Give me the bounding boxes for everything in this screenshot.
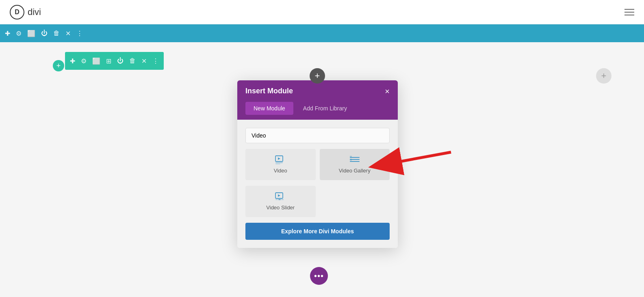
module-item-video-slider[interactable]: Video Slider [245, 186, 316, 217]
logo-text: divi [28, 7, 41, 17]
row-toolbar-dots-icon[interactable]: ⋮ [152, 57, 159, 65]
modal-close-button[interactable]: × [385, 87, 390, 95]
row-toolbar-close-icon[interactable]: ✕ [141, 57, 147, 65]
svg-rect-3 [275, 164, 280, 164]
top-toolbar-dots-icon[interactable]: ⋮ [76, 30, 83, 37]
tab-add-from-library[interactable]: Add From Library [295, 102, 355, 115]
top-toolbar-trash-icon[interactable]: 🗑 [53, 30, 60, 37]
modules-grid: Video Video Gallery [245, 149, 390, 180]
row-toolbar-grid-icon[interactable]: ⊞ [106, 57, 111, 65]
top-toolbar-gear-icon[interactable]: ⚙ [16, 30, 22, 37]
gallery-icon [349, 155, 360, 164]
top-toolbar: ✚ ⚙ ⬜ ⏻ 🗑 ✕ ⋮ [0, 24, 644, 42]
bottom-dots-button[interactable]: ••• [310, 267, 328, 285]
logo-icon: D [10, 5, 24, 19]
top-toolbar-add-icon[interactable]: ✚ [5, 30, 10, 37]
row-toolbar-trash-icon[interactable]: 🗑 [129, 57, 136, 65]
row-toolbar-power-icon[interactable]: ⏻ [117, 57, 124, 65]
svg-rect-7 [350, 156, 352, 158]
svg-rect-11 [275, 199, 278, 200]
module-item-video[interactable]: Video [245, 149, 316, 180]
header: D divi [0, 0, 644, 24]
top-toolbar-layout-icon[interactable]: ⬜ [27, 30, 35, 37]
row-toolbar-columns-icon[interactable]: ⬜ [92, 57, 100, 65]
svg-rect-6 [350, 161, 360, 162]
svg-rect-2 [275, 162, 283, 163]
top-toolbar-power-icon[interactable]: ⏻ [41, 30, 48, 37]
insert-module-modal: Insert Module × New Module Add From Libr… [237, 80, 398, 248]
explore-modules-button[interactable]: Explore More Divi Modules [245, 223, 390, 240]
modal-title: Insert Module [245, 87, 293, 95]
row-toolbar-gear-icon[interactable]: ⚙ [81, 57, 87, 65]
row-toolbar: ✚ ⚙ ⬜ ⊞ ⏻ 🗑 ✕ ⋮ [65, 52, 164, 70]
row-toolbar-add-icon[interactable]: ✚ [70, 57, 75, 65]
search-input[interactable] [245, 128, 390, 143]
add-module-right-button[interactable]: + [596, 68, 611, 84]
svg-rect-8 [350, 159, 352, 161]
logo: D divi [10, 5, 41, 19]
tab-new-module[interactable]: New Module [245, 102, 293, 115]
video-icon [275, 155, 286, 164]
svg-rect-13 [281, 199, 284, 200]
modal-tabs: New Module Add From Library [237, 102, 398, 120]
video-slider-icon [275, 192, 286, 201]
hamburger-menu[interactable] [624, 9, 634, 15]
module-row-single: Video Slider [245, 186, 390, 217]
top-toolbar-close-icon[interactable]: ✕ [65, 30, 71, 37]
module-label-video-gallery: Video Gallery [339, 168, 371, 174]
add-module-top-button[interactable]: + [310, 68, 325, 84]
module-item-video-gallery[interactable]: Video Gallery [320, 149, 390, 180]
modal-body: Video Video Gallery [237, 120, 398, 248]
svg-rect-12 [278, 199, 281, 200]
module-label-video: Video [274, 168, 287, 174]
add-column-button[interactable]: + [53, 60, 64, 71]
module-label-video-slider: Video Slider [266, 204, 295, 211]
